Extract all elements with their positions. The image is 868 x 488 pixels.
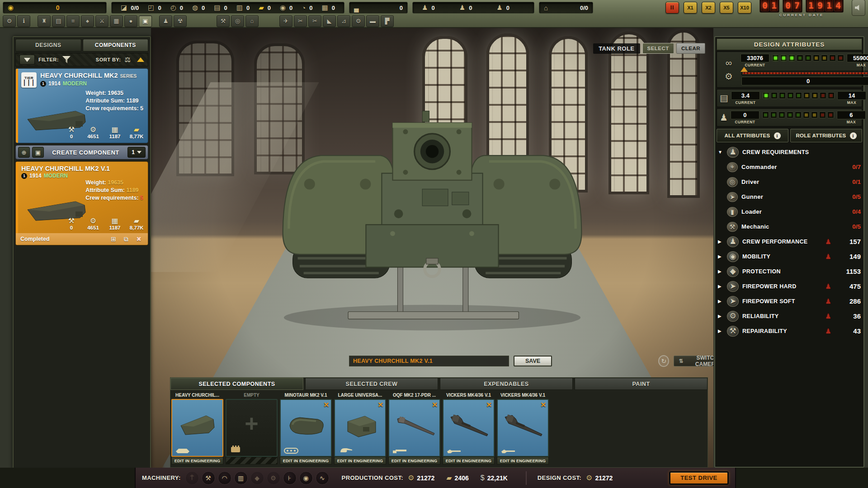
tool-button-5[interactable]: ⊿ — [337, 15, 350, 27]
tool-button-1[interactable]: ✈ — [279, 15, 292, 27]
crew-row-loader[interactable]: ▮ Loader 0/4 — [727, 204, 861, 219]
edit-in-engineering-button[interactable]: EDIT IN ENGINEERING — [280, 457, 332, 465]
duplicate-icon[interactable]: ⧉ — [122, 235, 131, 244]
tool-button-8[interactable]: ▛ — [381, 15, 394, 27]
attr-row-mobility[interactable]: ▶ ◉ MOBILITY ♟ 149 — [718, 249, 861, 264]
engine-slider[interactable]: 0 — [741, 71, 868, 85]
drill-press-icon[interactable]: ⍑ — [185, 471, 199, 485]
attr-row-protection[interactable]: ▶ ◆ PROTECTION 1153 — [718, 264, 861, 279]
attr-row-repairability[interactable]: ▶ ⚒ REPAIRABILITY ♟ 43 — [718, 324, 861, 338]
headquarters-button[interactable]: ⌂ — [245, 15, 259, 27]
unpin-icon[interactable]: ✕ — [432, 401, 438, 409]
tab-components[interactable]: COMPONENTS — [83, 39, 149, 52]
test-drive-button[interactable]: TEST DRIVE — [669, 471, 729, 485]
machinery-button[interactable]: ⚒ — [217, 15, 230, 27]
achievements-button[interactable]: ♜ — [38, 15, 51, 27]
hazard-button[interactable]: ☢ — [174, 15, 187, 27]
role-attributes-tab[interactable]: ROLE ATTRIBUTES i — [790, 129, 862, 142]
design-card-variant[interactable]: HEAVY CHURCHILL MK2 V.1 1 1914 MODERN We… — [15, 161, 148, 245]
role-select-button[interactable]: SELECT — [642, 43, 674, 54]
tab-selected-components[interactable]: SELECTED COMPONENTS — [170, 378, 303, 390]
tool-button-7[interactable]: ▬ — [366, 15, 379, 27]
spring-icon[interactable]: ∿ — [316, 471, 329, 485]
tab-designs[interactable]: DESIGNS — [15, 39, 81, 52]
crew-row-driver[interactable]: ◎ Driver 0/1 — [727, 174, 861, 189]
role-clear-button[interactable]: CLEAR — [676, 43, 705, 54]
world-button[interactable]: ◎ — [231, 15, 244, 27]
info-button[interactable]: ℹ — [17, 15, 30, 27]
snapshot-button[interactable]: ▣ — [32, 147, 44, 158]
filter-funnel-icon[interactable] — [62, 56, 71, 63]
intelligence-button[interactable]: ♠ — [81, 15, 94, 27]
attr-row-reliability[interactable]: ▶ ⚙ RELIABILITY ♟ 36 — [718, 309, 861, 324]
pause-button[interactable]: II — [665, 2, 679, 14]
crew-row-mechanic[interactable]: ⚒ Mechanic 0/5 — [727, 219, 861, 234]
tab-paint[interactable]: PAINT — [575, 378, 708, 390]
edit-in-engineering-button[interactable]: EDIT IN ENGINEERING — [388, 457, 440, 465]
component-card-tracks[interactable]: ✕ — [280, 399, 332, 457]
tool-button-6[interactable]: ⚙ — [352, 15, 365, 27]
reports-button[interactable]: ≡ — [66, 15, 80, 27]
slider-track[interactable] — [741, 71, 868, 75]
create-component-button[interactable]: CREATE COMPONENT — [46, 149, 125, 156]
slider-handle[interactable] — [741, 67, 748, 72]
speed-x5-button[interactable]: X5 — [720, 2, 733, 14]
unpin-icon[interactable]: ✕ — [323, 401, 329, 409]
wrench-icon[interactable]: ⚙ — [267, 471, 280, 485]
city-button[interactable]: ▦ — [110, 15, 123, 27]
military-button[interactable]: ⚔ — [95, 15, 108, 27]
speed-x1-button[interactable]: X1 — [684, 2, 697, 14]
rotate-camera-icon[interactable]: ↻ — [658, 355, 669, 367]
crew-row-gunner[interactable]: ➤ Gunner 0/5 — [727, 189, 861, 204]
factory-button[interactable]: ▤ — [52, 15, 65, 27]
roller-icon[interactable]: ◠ — [218, 471, 231, 485]
notifications-button[interactable] — [852, 0, 865, 16]
speed-x2-button[interactable]: X2 — [702, 2, 715, 14]
tank-model[interactable] — [274, 108, 590, 339]
switch-camera-button[interactable]: ⇅ SWITCH CAMERA — [674, 356, 713, 366]
add-component-button[interactable]: ⊕ — [18, 147, 30, 158]
edit-in-engineering-button[interactable]: EDIT IN ENGINEERING — [497, 457, 549, 465]
fuel-pump-icon[interactable]: ▥ — [234, 471, 248, 485]
component-card-cannon[interactable]: ✕ — [388, 399, 440, 457]
design-name-input[interactable]: HEAVY CHURCHILL MK2 V.1 — [349, 356, 509, 366]
add-icon[interactable]: ⊞ — [109, 235, 118, 244]
crew-row-commander[interactable]: ⌖ Commander 0/7 — [727, 160, 861, 174]
edit-in-engineering-button[interactable]: EDIT IN ENGINEERING — [171, 457, 223, 465]
grinder-icon[interactable]: ◆ — [250, 471, 264, 485]
attr-row-crew-performance[interactable]: ▶ ♟ CREW PERFORMANCE ♟ 157 — [718, 234, 861, 249]
save-button[interactable]: SAVE — [514, 356, 552, 366]
attr-row-firepower-soft[interactable]: ▶ ➤ FIREPOWER SOFT ♟ 286 — [718, 294, 861, 309]
edit-in-engineering-button[interactable]: EDIT IN ENGINEERING — [334, 457, 386, 465]
tab-expendables[interactable]: EXPENDABLES — [440, 378, 573, 390]
design-card-series[interactable]: TIER ||| HEAVY CHURCHILL MK2SERIES 1 191… — [15, 68, 148, 143]
unpin-icon[interactable]: ✕ — [486, 401, 492, 409]
component-card-mg1[interactable]: ✕ — [443, 399, 495, 457]
munitions-button[interactable]: ● — [124, 15, 137, 27]
delete-icon[interactable]: ✖ — [134, 235, 143, 244]
sort-direction-icon[interactable] — [137, 57, 144, 62]
edit-in-engineering-button[interactable]: EDIT IN ENGINEERING — [443, 457, 495, 465]
settings-button[interactable]: ⚙ — [3, 15, 16, 27]
component-card-hull[interactable] — [171, 399, 223, 457]
saw-icon[interactable]: ◉ — [299, 471, 313, 485]
unpin-icon[interactable]: ✕ — [540, 401, 546, 409]
crane-icon[interactable]: ⚒ — [202, 471, 215, 485]
tool-button-3[interactable]: ✂ — [308, 15, 321, 27]
tool-button-2[interactable]: ✂ — [294, 15, 307, 27]
drill-icon[interactable]: ⊦ — [283, 471, 297, 485]
sort-weight-icon[interactable]: ⚖ — [125, 56, 131, 64]
engineering-button[interactable]: ▣ — [139, 15, 152, 27]
tool-button-4[interactable]: ◣ — [323, 15, 336, 27]
attr-row-firepower-hard[interactable]: ▶ ➤ FIREPOWER HARD ♟ 475 — [718, 279, 861, 294]
component-count-dropdown[interactable]: 1 — [127, 147, 146, 158]
component-card-empty[interactable]: + — [226, 399, 278, 457]
component-card-turret[interactable]: ✕ — [334, 399, 386, 457]
personnel-button[interactable]: ♟ — [159, 15, 172, 27]
all-attributes-tab[interactable]: ALL ATTRIBUTES i — [717, 129, 788, 142]
unpin-icon[interactable]: ✕ — [377, 401, 383, 409]
crew-requirements-row[interactable]: ▼ ♟ CREW REQUIREMENTS — [718, 145, 861, 160]
component-card-mg2[interactable]: ✕ — [497, 399, 549, 457]
speed-x10-button[interactable]: X10 — [738, 2, 751, 14]
collapse-button[interactable] — [19, 55, 35, 65]
